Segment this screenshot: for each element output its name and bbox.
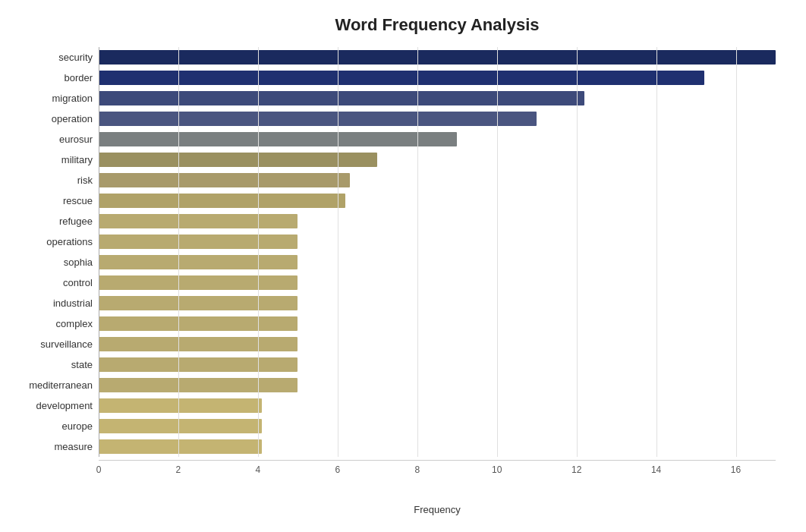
grid-line	[577, 47, 578, 457]
bar-label: operation	[2, 113, 93, 124]
bar-label: europe	[2, 420, 93, 432]
bar	[99, 419, 262, 433]
bar-row: complex	[99, 313, 776, 334]
grid-line	[656, 47, 657, 457]
bars-wrapper: securitybordermigrationoperationeurosurm…	[99, 47, 776, 457]
bar-label: migration	[2, 93, 93, 104]
bar-label: industrial	[2, 297, 93, 309]
bar-row: security	[99, 47, 776, 68]
bar-label: sophia	[2, 257, 93, 268]
x-tick-label: 14	[651, 464, 661, 475]
bar	[99, 316, 298, 331]
bar-label: operations	[2, 236, 93, 247]
bar-label: security	[2, 52, 93, 63]
x-tick-label: 12	[571, 464, 581, 475]
bar-row: surveillance	[99, 334, 776, 354]
grid-line	[99, 47, 99, 457]
bar-row: sophia	[99, 252, 776, 272]
bar-label: refugee	[2, 216, 93, 227]
bar	[99, 112, 537, 126]
bar-row: eurosur	[99, 129, 776, 150]
bar	[99, 296, 298, 310]
bar	[99, 91, 584, 105]
bar-label: eurosur	[2, 134, 93, 145]
bar-label: surveillance	[2, 338, 93, 350]
bar-row: mediterranean	[99, 375, 776, 395]
bar	[99, 194, 345, 208]
grid-line	[417, 47, 418, 457]
bar-label: state	[2, 359, 93, 370]
bar-label: risk	[2, 175, 93, 186]
bar-row: military	[99, 150, 776, 170]
x-tick-label: 6	[335, 464, 340, 475]
bar-row: border	[99, 68, 776, 88]
grid-line	[178, 47, 179, 457]
chart-container: Word Frequency Analysis securitybordermi…	[0, 0, 806, 532]
bar-label: mediterranean	[2, 379, 93, 391]
bar	[99, 132, 457, 146]
bar-row: europe	[99, 416, 776, 436]
bar-label: complex	[2, 318, 93, 329]
bar-row: operation	[99, 109, 776, 129]
bar	[99, 255, 298, 269]
bar	[99, 275, 298, 290]
bar-label: control	[2, 277, 93, 288]
bar-label: border	[2, 72, 93, 83]
bar-label: measure	[2, 441, 93, 452]
bar	[99, 153, 377, 167]
bar	[99, 214, 298, 228]
bar	[99, 337, 298, 351]
grid-line	[736, 47, 737, 457]
bar	[99, 235, 298, 249]
bar-row: development	[99, 395, 776, 416]
grid-line	[258, 47, 259, 457]
bar-row: measure	[99, 436, 776, 457]
x-tick-label: 2	[176, 464, 181, 475]
bar-row: rescue	[99, 190, 776, 211]
x-tick-label: 16	[731, 464, 741, 475]
bar	[99, 357, 298, 372]
bar-row: migration	[99, 88, 776, 109]
bar-label: development	[2, 400, 93, 411]
bar-row: operations	[99, 231, 776, 252]
bar-label: rescue	[2, 195, 93, 206]
grid-line	[497, 47, 498, 457]
bar-row: state	[99, 354, 776, 375]
bar-row: industrial	[99, 293, 776, 313]
bar	[99, 173, 350, 187]
x-axis-container: 0246810121416	[99, 460, 776, 483]
bar	[99, 71, 704, 85]
chart-area: securitybordermigrationoperationeurosurm…	[99, 47, 776, 487]
x-axis-label: Frequency	[99, 504, 776, 515]
bar-label: military	[2, 154, 93, 165]
bar-row: refugee	[99, 211, 776, 231]
chart-title: Word Frequency Analysis	[99, 15, 776, 35]
x-tick-label: 10	[492, 464, 502, 475]
x-ticks: 0246810121416	[99, 460, 776, 483]
bar	[99, 50, 776, 65]
bar	[99, 398, 262, 413]
x-tick-label: 8	[414, 464, 420, 475]
bar	[99, 439, 262, 454]
bar	[99, 378, 298, 392]
grid-line	[338, 47, 338, 457]
bar-row: control	[99, 272, 776, 293]
x-tick-label: 0	[96, 464, 102, 475]
bar-row: risk	[99, 170, 776, 190]
x-tick-label: 4	[256, 464, 261, 475]
